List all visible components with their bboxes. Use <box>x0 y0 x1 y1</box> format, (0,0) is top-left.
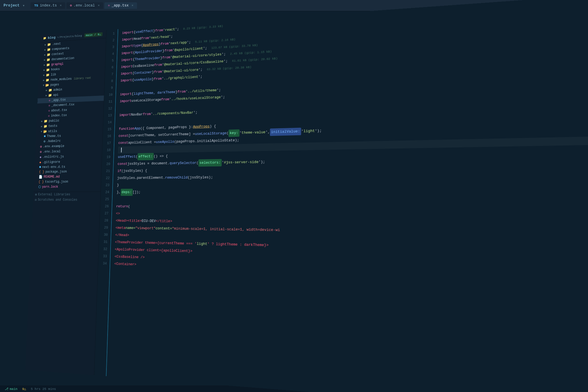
close-icon[interactable]: × <box>131 4 133 7</box>
folder-icon: 📁 <box>47 47 51 52</box>
tree-label: context <box>51 52 64 56</box>
tree-label: tests <box>49 124 58 128</box>
tree-label: documentation <box>51 56 74 61</box>
kw: import <box>122 29 134 37</box>
title-bar-tabs: TS index.ts × ⚙ .env.local × ⚛ _app.tsx … <box>31 2 137 9</box>
project-name: blog <box>48 36 56 40</box>
tree-label: about.tsx <box>51 108 67 112</box>
chevron-right-icon: ▶ <box>44 53 46 56</box>
tree-label: .eslintrc.js <box>43 155 64 159</box>
branch-badge: main / 9△ <box>84 32 103 37</box>
tab-app-tsx[interactable]: ⚛ _app.tsx × <box>104 2 137 9</box>
tree-label: node_modules <box>51 77 72 82</box>
main-area: 📁 blog ~/Projects/blog main / 9△ ▶ 📁 .ne… <box>25 0 588 392</box>
ts-file-icon: ■ <box>39 165 41 169</box>
chevron-right-icon: ▶ <box>44 59 45 62</box>
tree-label: next-env.d.ts <box>42 165 65 169</box>
chevron-down-icon: ▼ <box>41 130 42 133</box>
code-line-24: }, deps: []); <box>117 187 588 196</box>
git-icon: ⎇ <box>5 387 9 391</box>
tsx-file-icon: ⚛ <box>49 98 51 102</box>
tree-label: yarn.lock <box>42 185 58 189</box>
tree-label: .babelrc <box>46 139 61 143</box>
ts-file-icon: ■ <box>44 135 46 139</box>
tree-label: graphql <box>51 62 64 66</box>
folder-icon: 📁 <box>47 53 51 57</box>
library-root-badge: library root <box>74 76 91 80</box>
json-file-icon: { } <box>39 180 44 184</box>
folder-icon: 📁 <box>48 93 52 98</box>
chevron-right-icon: ▶ <box>41 120 43 123</box>
close-icon[interactable]: × <box>60 4 62 7</box>
tsx-icon: ⚛ <box>108 4 110 7</box>
folder-icon: 📁 <box>48 88 52 92</box>
sidebar: 📁 blog ~/Projects/blog main / 9△ ▶ 📁 .ne… <box>25 30 106 375</box>
scratches-item[interactable]: ⊟ Scratches and Consoles <box>33 197 100 203</box>
tree-label: hooks <box>51 67 60 71</box>
external-lib-icon: ⊞ <box>35 192 37 196</box>
tree-label: tsconfig.json <box>45 180 68 184</box>
tab-env-local[interactable]: ⚙ .env.local × <box>66 2 103 9</box>
time-label: 5 hrs 25 mins <box>31 387 56 391</box>
editor-area: 12345 678910 1112131415 1617181920 21222… <box>94 0 588 392</box>
env-icon: ⚙ <box>70 4 72 7</box>
tree-label: External Libraries <box>38 193 70 196</box>
tab-index-ts[interactable]: TS index.ts × <box>31 2 65 9</box>
ide-container: Project ▾ TS index.ts × ⚙ .env.local × ⚛… <box>0 0 588 392</box>
tree-item-readme[interactable]: 📄 README.md <box>34 174 101 180</box>
tree-item-yarn-lock[interactable]: ⬡ yarn.lock <box>34 184 101 190</box>
chevron-right-icon: ▶ <box>46 89 47 92</box>
code-content[interactable]: 12345 678910 1112131415 1617181920 21222… <box>94 0 588 392</box>
tree-label: admin <box>53 88 62 92</box>
tsx-file-icon: ⚛ <box>48 109 50 113</box>
chevron-right-icon: ▶ <box>44 64 45 67</box>
chevron-right-icon: ▶ <box>43 74 45 77</box>
folder-icon: 📁 <box>44 119 48 123</box>
tree-label: Theme.ts <box>47 134 61 138</box>
eslint-file-icon: ◆ <box>40 155 42 159</box>
folder-icon: 📁 <box>44 124 47 128</box>
tree-label: .env.local <box>43 150 61 154</box>
project-path: ~/Projects/blog <box>57 34 82 39</box>
close-icon[interactable]: × <box>98 4 100 7</box>
chevron-down-icon: ▼ <box>43 84 44 87</box>
tab-label: _app.tsx <box>112 4 129 8</box>
title-bar-left: Project ▾ <box>4 3 25 8</box>
tree-label: .next <box>52 42 61 46</box>
chevron-right-icon: ▶ <box>41 125 42 128</box>
folder-icon: 📁 <box>46 58 50 62</box>
folder-icon: 📁 <box>47 42 51 47</box>
code-editor[interactable]: import { useEffect } from ' react '; 8.2… <box>106 0 588 392</box>
env-file-icon: ⚙ <box>40 145 42 149</box>
tree-label: utils <box>48 129 57 133</box>
chevron-right-icon: ▶ <box>45 43 46 46</box>
project-label: Project <box>4 3 20 8</box>
tree-item-tsconfig[interactable]: { } tsconfig.json <box>34 179 101 184</box>
warning-count: 9△ <box>22 387 26 391</box>
yarn-file-icon: ⬡ <box>38 185 41 189</box>
tsx-file-icon: ⚛ <box>48 114 50 118</box>
chevron-right-icon: ▶ <box>43 79 44 82</box>
tree-label: _app.tsx <box>51 98 66 102</box>
tab-label: .env.local <box>74 4 95 8</box>
generic-file-icon: ⚙ <box>44 139 46 144</box>
tab-label: index.ts <box>40 4 57 8</box>
chevron-right-icon: ▶ <box>44 48 46 51</box>
tsx-file-icon: ⚛ <box>49 104 51 108</box>
env-file-icon: ⚙ <box>40 150 42 154</box>
ts-icon: TS <box>34 4 38 7</box>
folder-open-icon: 📂 <box>45 83 49 87</box>
folder-icon: 📁 <box>46 63 50 67</box>
git-file-icon: ◆ <box>39 160 41 164</box>
git-branch: ⎇ main <box>5 387 17 391</box>
tree-label: .gitignore <box>42 160 60 164</box>
tree-label: lib <box>51 73 56 76</box>
json-file-icon: { } <box>39 170 44 174</box>
tree-label: components <box>52 46 69 51</box>
cursor <box>121 148 122 153</box>
tree-label: package.json <box>45 170 67 174</box>
external-libraries-item[interactable]: ⊞ External Libraries <box>33 192 101 197</box>
dropdown-icon[interactable]: ▾ <box>23 3 25 8</box>
folder-open-icon: 📂 <box>43 129 47 134</box>
tree-label: public <box>49 119 59 123</box>
